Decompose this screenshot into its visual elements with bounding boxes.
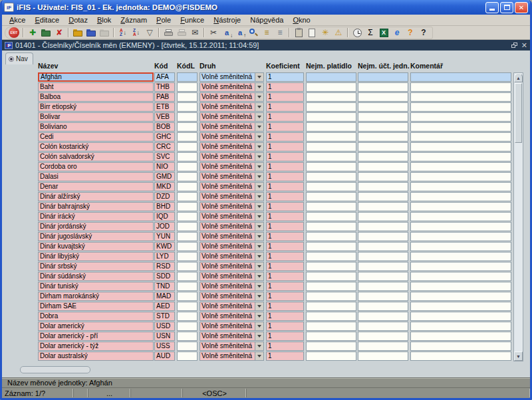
cell-kod[interactable]: YUN <box>154 232 175 241</box>
menu-item-napoveda[interactable]: Nápověda <box>245 15 288 25</box>
cell-kod[interactable]: DZD <box>154 192 175 201</box>
cell-koeficient[interactable]: 1 <box>266 342 304 351</box>
cell-kodl[interactable] <box>177 72 198 82</box>
druh-dropdown-button[interactable] <box>255 243 263 250</box>
cell-kodl[interactable] <box>177 162 198 171</box>
cell-nejm-uct-jedn[interactable] <box>358 312 408 321</box>
cell-nejm-uct-jedn[interactable] <box>358 322 408 331</box>
cell-kod[interactable]: SVC <box>154 152 175 161</box>
cell-koeficient[interactable]: 1 <box>266 272 304 281</box>
druh-combobox[interactable]: Volně směnitelná <box>200 182 264 191</box>
cell-kodl[interactable] <box>177 252 198 261</box>
cell-nejm-uct-jedn[interactable] <box>358 222 408 231</box>
cell-kod[interactable]: SDD <box>154 272 175 281</box>
cell-nejm-uct-jedn[interactable] <box>358 212 408 221</box>
cell-nazev[interactable]: Afghán <box>38 72 154 82</box>
cell-koeficient[interactable]: 1 <box>266 152 304 161</box>
cell-nazev[interactable]: Colón salvadorský <box>38 152 154 161</box>
cell-koeficient[interactable]: 1 <box>266 122 304 132</box>
explorer-icon[interactable]: e <box>390 27 404 39</box>
horizontal-scrollbar[interactable] <box>20 366 90 373</box>
cell-koeficient[interactable]: 1 <box>266 132 304 142</box>
cell-nejm-platidlo[interactable] <box>306 232 356 241</box>
druh-dropdown-button[interactable] <box>255 183 263 191</box>
cell-kodl[interactable] <box>177 152 198 161</box>
cell-nejm-uct-jedn[interactable] <box>358 242 408 251</box>
cell-kod[interactable]: BHD <box>154 202 175 211</box>
cell-komentar[interactable] <box>410 92 511 102</box>
cell-kod[interactable]: AED <box>154 302 175 311</box>
cell-nejm-uct-jedn[interactable] <box>358 142 408 151</box>
scroll-thumb[interactable] <box>515 83 522 143</box>
cell-komentar[interactable] <box>410 212 511 221</box>
help-icon[interactable]: ? <box>417 27 430 39</box>
cell-koeficient[interactable]: 1 <box>266 242 304 251</box>
menu-item-funkce[interactable]: Funkce <box>176 15 209 25</box>
cell-nazev[interactable]: Boliviano <box>38 122 154 132</box>
cell-nazev[interactable]: Denar <box>38 182 154 191</box>
druh-combobox[interactable]: Volně směnitelná <box>200 82 264 92</box>
menu-item-editace[interactable]: Editace <box>30 15 64 25</box>
cell-nazev[interactable]: Cordoba oro <box>38 162 154 171</box>
menu-item-nastroje[interactable]: Nástroje <box>209 15 245 25</box>
cell-nejm-platidlo[interactable] <box>306 282 356 291</box>
cell-koeficient[interactable]: 1 <box>266 112 304 122</box>
druh-combobox[interactable]: Volně směnitelná <box>200 342 264 351</box>
cell-nazev[interactable]: Dolar australský <box>38 351 154 361</box>
cell-kodl[interactable] <box>177 312 198 321</box>
cell-nazev[interactable]: Cedi <box>38 132 154 142</box>
cell-komentar[interactable] <box>410 122 511 132</box>
cell-koeficient[interactable]: 1 <box>266 222 304 231</box>
cell-nejm-platidlo[interactable] <box>306 322 356 331</box>
cell-nejm-uct-jedn[interactable] <box>358 82 408 92</box>
cell-komentar[interactable] <box>410 312 511 321</box>
cell-koeficient[interactable]: 1 <box>266 102 304 112</box>
nav-tab[interactable]: Nav <box>5 52 33 64</box>
druh-combobox[interactable]: Volně směnitelná <box>200 202 264 211</box>
cell-nazev[interactable]: Balboa <box>38 92 154 102</box>
druh-combobox[interactable]: Volně směnitelná <box>200 292 264 301</box>
cell-nazev[interactable]: Dalasi <box>38 172 154 181</box>
cell-nejm-uct-jedn[interactable] <box>358 112 408 122</box>
cell-nejm-platidlo[interactable] <box>306 262 356 271</box>
druh-combobox[interactable]: Volně směnitelná <box>200 302 264 311</box>
druh-combobox[interactable]: Volně směnitelná <box>200 332 264 341</box>
new-record-icon[interactable]: ✚ <box>26 27 39 39</box>
cell-koeficient[interactable]: 1 <box>266 312 304 321</box>
cell-kod[interactable]: GHC <box>154 132 175 142</box>
druh-dropdown-button[interactable] <box>255 322 263 330</box>
cut-icon[interactable]: ✂ <box>207 27 220 39</box>
mdi-titlebar[interactable]: iF 01401 - Číselníky/Číselník měn (EKMEN… <box>2 40 530 50</box>
druh-dropdown-button[interactable] <box>255 83 263 91</box>
sort-ascending-icon[interactable]: AZ↓ <box>116 27 130 39</box>
cell-koeficient[interactable]: 1 <box>266 252 304 261</box>
cell-kod[interactable]: MKD <box>154 182 175 191</box>
cell-koeficient[interactable]: 1 <box>266 92 304 102</box>
druh-combobox[interactable]: Volně směnitelná <box>200 162 264 171</box>
druh-dropdown-button[interactable] <box>255 282 263 290</box>
multi-list-icon[interactable]: ≡ <box>273 27 287 39</box>
cell-nazev[interactable]: Dinár bahrajnský <box>38 202 154 211</box>
cell-nejm-uct-jedn[interactable] <box>358 342 408 351</box>
cell-nejm-uct-jedn[interactable] <box>358 292 408 301</box>
cell-komentar[interactable] <box>410 102 511 112</box>
druh-combobox[interactable]: Volně směnitelná <box>200 282 264 291</box>
cell-komentar[interactable] <box>410 82 511 92</box>
cell-nejm-platidlo[interactable] <box>306 82 356 92</box>
cell-kod[interactable]: USD <box>154 322 175 331</box>
cell-nazev[interactable]: Dinár alžírský <box>38 192 154 201</box>
cell-kod[interactable]: AUD <box>154 351 175 361</box>
titlebar[interactable]: iF iFIS - Uživatel: FIS_01 - Ek. jednotk… <box>2 0 530 15</box>
druh-combobox[interactable]: Volně směnitelná <box>200 322 264 331</box>
cell-komentar[interactable] <box>410 162 511 171</box>
druh-dropdown-button[interactable] <box>255 163 263 171</box>
cell-nazev[interactable]: Dirham marokánský <box>38 292 154 301</box>
druh-dropdown-button[interactable] <box>255 123 263 131</box>
druh-dropdown-button[interactable] <box>255 292 263 300</box>
cell-nazev[interactable]: Colón kostarický <box>38 142 154 151</box>
cell-nejm-uct-jedn[interactable] <box>358 252 408 261</box>
cell-nazev[interactable]: Baht <box>38 82 154 92</box>
cell-kodl[interactable] <box>177 122 198 132</box>
delete-record-icon[interactable]: ✘ <box>53 27 66 39</box>
cell-nejm-uct-jedn[interactable] <box>358 152 408 161</box>
